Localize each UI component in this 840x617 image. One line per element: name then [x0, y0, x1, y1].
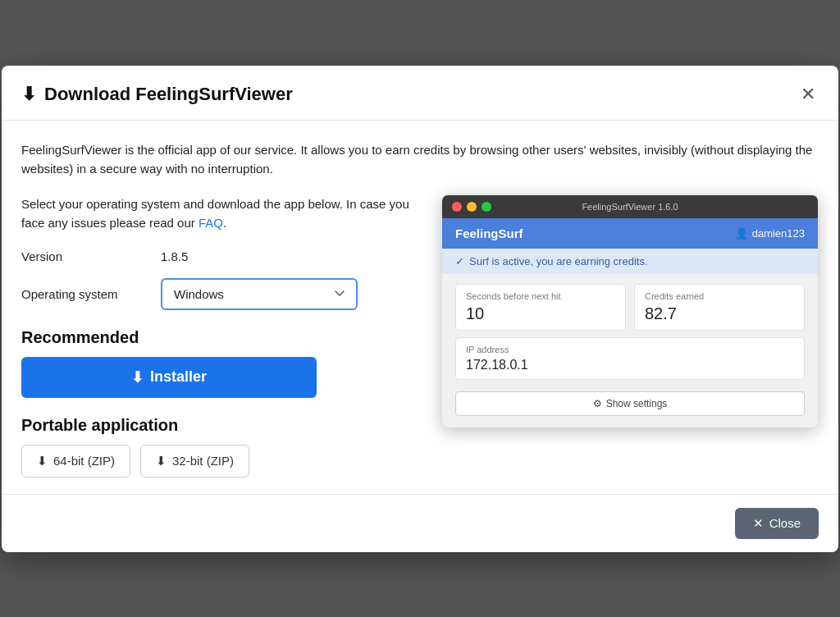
- app-navbar: FeelingSurf 👤 damien123: [442, 218, 818, 249]
- settings-btn-label: Show settings: [606, 398, 668, 409]
- left-column: Select your operating system and downloa…: [21, 194, 418, 478]
- os-row: Operating system Windows macOS Linux: [21, 278, 418, 310]
- stat-credits-value: 82.7: [645, 304, 794, 323]
- portable-buttons: ⬇ 64-bit (ZIP) ⬇ 32-bit (ZIP): [21, 445, 418, 478]
- download-modal: ⬇ Download FeelingSurfViewer ✕ FeelingSu…: [2, 66, 838, 552]
- os-select[interactable]: Windows macOS Linux: [161, 278, 358, 310]
- stat-credits: Credits earned 82.7: [634, 284, 805, 331]
- app-titlebar: FeelingSurfViewer 1.6.0: [442, 195, 818, 218]
- username: damien123: [752, 227, 805, 240]
- download-64bit-button[interactable]: ⬇ 64-bit (ZIP): [21, 445, 130, 478]
- check-icon: ✓: [455, 255, 464, 267]
- recommended-heading: Recommended: [21, 328, 418, 347]
- installer-icon: ⬇: [131, 368, 144, 386]
- version-label: Version: [21, 249, 161, 263]
- app-user: 👤 damien123: [735, 227, 805, 240]
- traffic-light-yellow: [467, 202, 477, 212]
- traffic-lights: [452, 202, 491, 212]
- app-ip-section: IP address 172.18.0.1: [442, 337, 818, 388]
- modal-title-text: Download FeelingSurfViewer: [44, 84, 293, 105]
- download-32bit-label: 32-bit (ZIP): [172, 454, 234, 468]
- app-stats: Seconds before next hit 10 Credits earne…: [442, 274, 818, 337]
- stat-credits-label: Credits earned: [645, 291, 794, 301]
- download-icon: ⬇: [21, 84, 36, 105]
- ip-label: IP address: [466, 345, 794, 354]
- version-row: Version 1.8.5: [21, 249, 418, 263]
- faq-link[interactable]: FAQ: [199, 216, 223, 230]
- modal-footer: ✕ Close: [2, 494, 838, 552]
- close-icon: ✕: [753, 516, 764, 531]
- user-icon: 👤: [735, 227, 748, 240]
- app-ip-box: IP address 172.18.0.1: [455, 337, 805, 380]
- traffic-light-green: [482, 202, 491, 212]
- app-brand: FeelingSurf: [455, 226, 523, 240]
- modal-close-x-button[interactable]: ✕: [797, 82, 819, 107]
- version-value: 1.8.5: [161, 249, 188, 263]
- description-paragraph-2: Select your operating system and downloa…: [21, 194, 418, 233]
- app-settings-button[interactable]: ⚙ Show settings: [455, 391, 805, 416]
- stat-seconds: Seconds before next hit 10: [455, 284, 626, 331]
- description-paragraph-1: FeelingSurfViewer is the official app of…: [21, 140, 819, 179]
- modal-header: ⬇ Download FeelingSurfViewer ✕: [2, 66, 838, 121]
- download-64bit-label: 64-bit (ZIP): [53, 454, 115, 468]
- close-button[interactable]: ✕ Close: [735, 508, 819, 539]
- window-title: FeelingSurfViewer 1.6.0: [582, 202, 678, 212]
- alert-text: Surf is active, you are earning credits.: [469, 255, 648, 267]
- close-label: Close: [769, 516, 801, 530]
- portable-heading: Portable application: [21, 416, 418, 435]
- app-alert: ✓ Surf is active, you are earning credit…: [442, 249, 818, 274]
- stat-seconds-label: Seconds before next hit: [466, 291, 615, 301]
- download-32bit-icon: ⬇: [156, 454, 167, 468]
- stat-seconds-value: 10: [466, 304, 615, 323]
- os-label: Operating system: [21, 287, 161, 301]
- installer-label: Installer: [150, 368, 207, 386]
- download-64bit-icon: ⬇: [37, 454, 48, 468]
- modal-overlay: ⬇ Download FeelingSurfViewer ✕ FeelingSu…: [0, 0, 840, 617]
- app-titlebar-inner: FeelingSurfViewer 1.6.0: [452, 202, 808, 212]
- traffic-light-red: [452, 202, 462, 212]
- modal-title: ⬇ Download FeelingSurfViewer: [21, 84, 293, 105]
- modal-body: FeelingSurfViewer is the official app of…: [2, 121, 838, 494]
- content-row: Select your operating system and downloa…: [21, 194, 819, 478]
- download-32bit-button[interactable]: ⬇ 32-bit (ZIP): [140, 445, 249, 478]
- gear-icon: ⚙: [593, 398, 602, 409]
- app-screenshot: FeelingSurfViewer 1.6.0 FeelingSurf 👤 da…: [441, 194, 819, 428]
- app-preview: FeelingSurfViewer 1.6.0 FeelingSurf 👤 da…: [441, 194, 819, 428]
- installer-button[interactable]: ⬇ Installer: [21, 357, 317, 398]
- ip-value: 172.18.0.1: [466, 358, 794, 372]
